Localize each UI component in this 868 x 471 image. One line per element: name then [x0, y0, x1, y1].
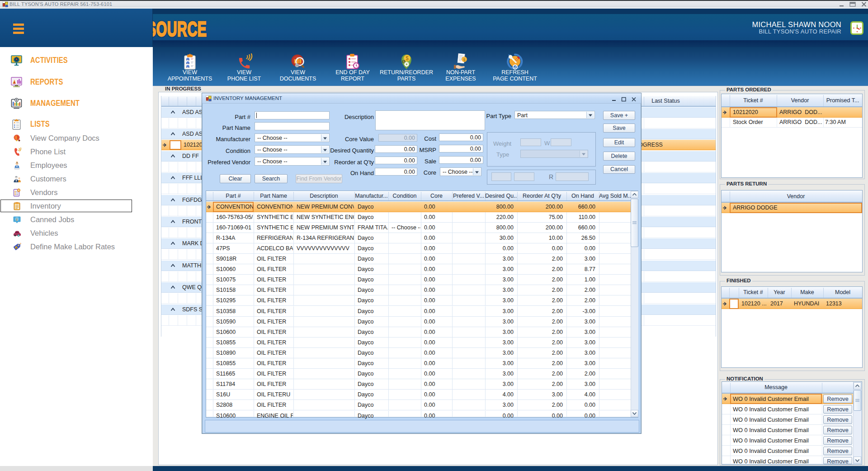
svg-text:$: $: [406, 55, 409, 62]
svg-text:$: $: [15, 247, 17, 249]
svg-text:?: ?: [20, 243, 22, 245]
svg-text:$: $: [463, 57, 465, 62]
